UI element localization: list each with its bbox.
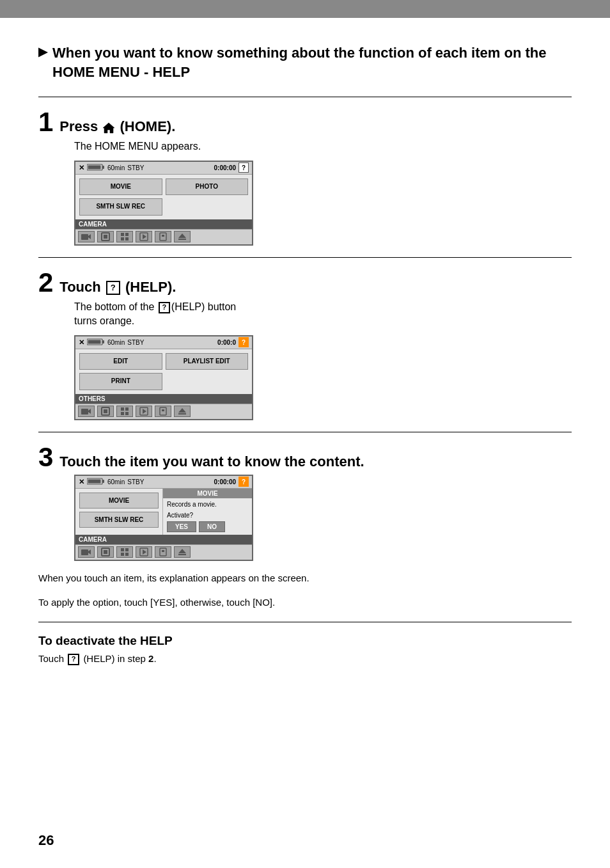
help-icon-deactivate: ? xyxy=(68,654,79,665)
battery-icon-1 xyxy=(87,163,105,171)
cam-60min-3: 60min xyxy=(107,478,125,485)
step-2-touch-label: Touch xyxy=(59,279,104,295)
svg-rect-8 xyxy=(121,233,124,236)
page-number: 26 xyxy=(38,832,54,849)
cam-buttons-2: EDIT PLAYLIST EDIT PRINT xyxy=(75,349,252,394)
step-1-number: 1 xyxy=(38,109,53,136)
help-icon-inline-2b: ? xyxy=(159,302,170,313)
cam-stby-1: STBY xyxy=(127,164,144,171)
svg-marker-39 xyxy=(88,549,91,555)
cam-buttons-3: MOVIE SMTH SLW REC xyxy=(75,489,162,533)
svg-rect-37 xyxy=(88,479,101,483)
battery-icon-3 xyxy=(87,477,105,485)
cam-btn-movie-1: MOVIE xyxy=(79,178,162,196)
overlay-title: MOVIE xyxy=(163,489,252,498)
cam-icon-eject xyxy=(174,231,191,242)
step-2-help-label: (HELP). xyxy=(125,279,176,295)
cam-icon-cam-2 xyxy=(78,406,95,417)
step-3-instruction: Touch the item you want to know the cont… xyxy=(59,454,364,470)
battery-icon-2 xyxy=(87,338,105,346)
svg-marker-13 xyxy=(143,234,146,239)
cam-icon-cam-3 xyxy=(78,546,95,558)
svg-rect-25 xyxy=(121,407,124,411)
cam-battery-3 xyxy=(87,477,105,487)
play-icon-1 xyxy=(139,232,148,241)
svg-rect-19 xyxy=(102,340,104,343)
overlay-activate: Activate? xyxy=(163,510,252,520)
svg-rect-41 xyxy=(104,550,107,554)
cam-screen-2: ✕ 60min STBY 0:00:0 xyxy=(74,335,253,420)
divider-3 xyxy=(38,432,572,432)
grid-icon-2 xyxy=(120,407,129,416)
svg-rect-51 xyxy=(178,554,186,555)
svg-rect-32 xyxy=(162,409,164,411)
cam-btn-photo-1: PHOTO xyxy=(166,178,249,196)
deactivate-section: To deactivate the HELP Touch ? (HELP) in… xyxy=(38,634,572,667)
cam-icon-play-2 xyxy=(136,406,152,417)
svg-rect-7 xyxy=(104,235,107,239)
cam-btn-smth-3: SMTH SLW REC xyxy=(79,512,159,528)
cam-help-btn-1: ? xyxy=(239,162,249,173)
svg-marker-33 xyxy=(178,408,186,413)
home-icon xyxy=(102,122,116,134)
svg-rect-17 xyxy=(178,239,186,240)
overlay-buttons: YES NO xyxy=(163,520,252,535)
svg-rect-15 xyxy=(162,235,164,237)
divider-1 xyxy=(38,97,572,97)
camera-icon-3 xyxy=(81,548,91,556)
svg-rect-36 xyxy=(102,480,104,483)
cam-x-2: ✕ xyxy=(79,338,84,347)
step-3-number: 3 xyxy=(38,444,53,471)
cam-icon-usb-2 xyxy=(155,406,171,417)
svg-rect-44 xyxy=(121,553,124,556)
step-2-instruction: Touch ? (HELP). xyxy=(59,279,176,296)
cam-btn-edit: EDIT xyxy=(79,353,162,370)
step-2-header: 2 Touch ? (HELP). xyxy=(38,269,572,296)
overlay-body: Records a movie. xyxy=(163,498,252,510)
cam-x-1: ✕ xyxy=(79,164,84,172)
svg-rect-10 xyxy=(121,237,124,241)
svg-rect-43 xyxy=(125,548,129,551)
svg-rect-3 xyxy=(88,165,101,169)
step-2-number: 2 xyxy=(38,269,53,296)
svg-rect-45 xyxy=(125,553,129,556)
play-icon-3 xyxy=(139,548,148,556)
cam-bottombar-3 xyxy=(75,544,252,560)
usb-icon-3 xyxy=(159,548,168,556)
square-icon-1 xyxy=(101,232,110,241)
cam-icon-grid-2 xyxy=(116,406,133,417)
cam-label-2: OTHERS xyxy=(75,394,252,404)
divider-4 xyxy=(38,622,572,622)
svg-rect-38 xyxy=(81,549,88,555)
cam-stby-3: STBY xyxy=(127,478,144,485)
cam-help-btn-2: ? xyxy=(239,337,249,347)
step-1-header: 1 Press (HOME). xyxy=(38,109,572,136)
page-title: When you want to know something about th… xyxy=(52,43,572,81)
cam-icon-usb xyxy=(155,231,171,242)
title-arrow: ▶ xyxy=(38,45,47,59)
step-3: 3 Touch the item you want to know the co… xyxy=(38,444,572,610)
eject-icon-2 xyxy=(178,407,187,416)
cam-battery-1 xyxy=(87,163,105,173)
cam-topbar-3: ✕ 60min STBY 0:00:00 xyxy=(75,476,252,489)
grid-icon-3 xyxy=(120,548,129,556)
cam-battery-2 xyxy=(87,338,105,347)
help-icon-inline-2: ? xyxy=(106,281,120,295)
svg-marker-30 xyxy=(143,409,146,414)
svg-rect-21 xyxy=(81,409,88,414)
play-icon-2 xyxy=(139,407,148,416)
eject-icon-1 xyxy=(178,232,187,241)
usb-icon-2 xyxy=(159,407,168,416)
cam-time-2: 0:00:0 xyxy=(217,339,236,346)
svg-rect-24 xyxy=(104,409,107,413)
svg-rect-49 xyxy=(162,550,164,552)
screen3-container: ✕ 60min STBY 0:00:00 xyxy=(74,475,572,561)
svg-rect-2 xyxy=(102,166,104,169)
svg-rect-9 xyxy=(125,233,129,236)
cam-screen-3: ✕ 60min STBY 0:00:00 xyxy=(74,475,253,561)
cam-screen-1: ✕ 60min STBY 0:00:00 xyxy=(74,161,253,246)
screen2-container: ✕ 60min STBY 0:00:0 xyxy=(74,335,572,420)
svg-marker-0 xyxy=(103,123,114,133)
svg-marker-16 xyxy=(178,233,186,238)
step-1: 1 Press (HOME). The HOME MENU appears. ✕ xyxy=(38,109,572,245)
